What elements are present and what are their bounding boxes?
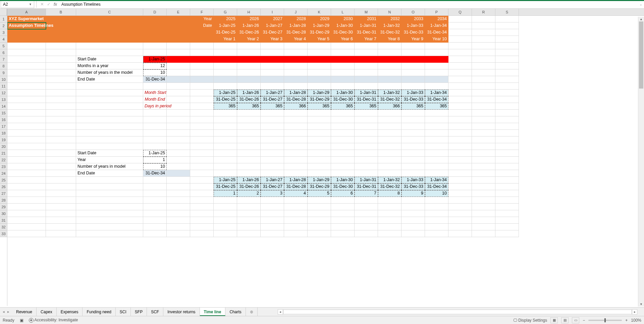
column-header[interactable]: L bbox=[331, 9, 355, 15]
row-header[interactable]: 16 bbox=[0, 116, 7, 123]
vertical-scrollbar[interactable]: ▲ ▼ bbox=[638, 17, 644, 306]
row-header[interactable]: 26 bbox=[0, 183, 7, 190]
column-header[interactable]: H bbox=[237, 9, 261, 15]
row-header[interactable]: 29 bbox=[0, 204, 7, 210]
column-header[interactable]: I bbox=[261, 9, 284, 15]
row-header[interactable]: 18 bbox=[0, 130, 7, 137]
row-header[interactable]: 22 bbox=[0, 157, 7, 163]
scroll-up-icon[interactable]: ▲ bbox=[638, 17, 644, 21]
column-header[interactable]: C bbox=[76, 9, 143, 15]
column-header[interactable]: K bbox=[308, 9, 331, 15]
row-header[interactable]: 7 bbox=[0, 56, 7, 63]
row-header[interactable]: 2 bbox=[0, 22, 7, 29]
row-header[interactable]: 32 bbox=[0, 224, 7, 230]
column-header[interactable]: A bbox=[7, 9, 46, 15]
row-header[interactable]: 21 bbox=[0, 150, 7, 157]
row-header[interactable]: 9 bbox=[0, 69, 7, 76]
column-header[interactable]: N bbox=[378, 9, 401, 15]
row-header[interactable]: 5 bbox=[0, 43, 7, 49]
row-header[interactable]: 33 bbox=[0, 230, 7, 237]
spreadsheet-grid[interactable]: XYZ SupermarketYear202520262027202820292… bbox=[7, 16, 644, 237]
row-header[interactable]: 23 bbox=[0, 163, 7, 170]
row-header[interactable]: 19 bbox=[0, 137, 7, 143]
row-header[interactable]: 1 bbox=[0, 16, 7, 22]
row-header[interactable]: 6 bbox=[0, 49, 7, 56]
row-header[interactable]: 28 bbox=[0, 197, 7, 204]
row-header[interactable]: 12 bbox=[0, 90, 7, 96]
row-header[interactable]: 31 bbox=[0, 217, 7, 224]
row-header[interactable]: 8 bbox=[0, 63, 7, 69]
column-header[interactable]: F bbox=[190, 9, 214, 15]
column-headers: ABCDEFGHIJKLMNOPQRS bbox=[7, 9, 644, 16]
row-header[interactable]: 13 bbox=[0, 96, 7, 103]
row-header[interactable]: 27 bbox=[0, 190, 7, 197]
column-header[interactable]: Q bbox=[448, 9, 472, 15]
row-header[interactable]: 4 bbox=[0, 36, 7, 43]
row-header[interactable]: 24 bbox=[0, 170, 7, 177]
column-header[interactable]: G bbox=[214, 9, 237, 15]
column-header[interactable]: S bbox=[495, 9, 519, 15]
row-header[interactable]: 17 bbox=[0, 123, 7, 130]
column-header[interactable]: D bbox=[143, 9, 167, 15]
row-header[interactable]: 11 bbox=[0, 83, 7, 90]
row-header[interactable]: 15 bbox=[0, 110, 7, 116]
scroll-down-icon[interactable]: ▼ bbox=[638, 302, 644, 306]
column-header[interactable]: R bbox=[472, 9, 495, 15]
select-all-button[interactable] bbox=[0, 9, 7, 16]
row-header[interactable]: 25 bbox=[0, 177, 7, 183]
column-header[interactable]: O bbox=[401, 9, 425, 15]
row-header[interactable]: 30 bbox=[0, 210, 7, 217]
column-header[interactable]: M bbox=[355, 9, 378, 15]
row-headers: 1234567891011121314151617181920212223242… bbox=[0, 9, 7, 306]
column-header[interactable]: E bbox=[167, 9, 190, 15]
scroll-thumb[interactable] bbox=[639, 21, 643, 89]
row-header[interactable]: 20 bbox=[0, 143, 7, 150]
column-header[interactable]: P bbox=[425, 9, 448, 15]
row-header[interactable]: 10 bbox=[0, 76, 7, 83]
row-header[interactable]: 14 bbox=[0, 103, 7, 110]
column-header[interactable]: J bbox=[284, 9, 308, 15]
row-header[interactable]: 3 bbox=[0, 29, 7, 36]
column-header[interactable]: B bbox=[46, 9, 76, 15]
